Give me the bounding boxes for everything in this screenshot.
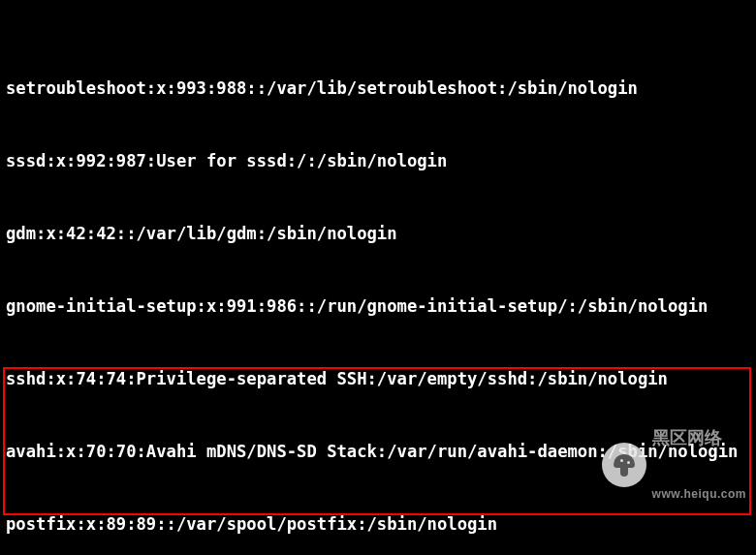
output-line: postfix:x:89:89::/var/spool/postfix:/sbi…: [6, 512, 750, 537]
output-line: gnome-initial-setup:x:991:986::/run/gnom…: [6, 294, 750, 319]
output-line: sshd:x:74:74:Privilege-separated SSH:/va…: [6, 367, 750, 391]
output-line: avahi:x:70:70:Avahi mDNS/DNS-SD Stack:/v…: [6, 440, 750, 464]
terminal-window[interactable]: setroubleshoot:x:993:988::/var/lib/setro…: [0, 0, 756, 555]
watermark-text-line2: www.heiqu.com: [652, 488, 746, 501]
output-line: setroubleshoot:x:993:988::/var/lib/setro…: [6, 77, 750, 101]
output-line: gdm:x:42:42::/var/lib/gdm:/sbin/nologin: [6, 222, 750, 246]
output-line: sssd:x:992:987:User for sssd:/:/sbin/nol…: [6, 149, 750, 173]
